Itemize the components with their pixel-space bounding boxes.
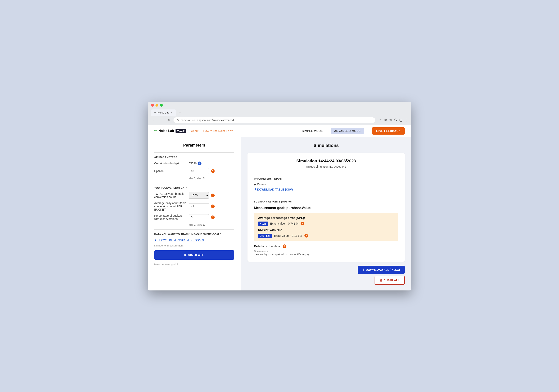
divider-2 [154,183,234,183]
extensions-button[interactable]: ⧉ [384,118,387,122]
tab-title: Noise Lab [158,111,169,114]
ape-badge-row: < 1% Exact value = 0.741 % ? [258,222,394,226]
total-daily-select[interactable]: 1000 500 2000 [189,192,209,199]
simulations-title: Simulations [247,143,405,148]
logo-pencil-icon: ✏ [154,129,157,133]
measurement-goal-header: Measurement goal: purchaseValue [254,206,398,210]
contribution-budget-value: 65536 ? [189,161,201,165]
close-window-button[interactable] [151,104,154,107]
rmspe-title: RMSPE with t=5: [258,228,394,232]
sim-divider-1 [254,173,398,173]
reload-button[interactable]: ↻ [166,117,171,123]
rmspe-badge: 1% - 5% [258,234,272,238]
contribution-budget-help-icon[interactable]: ? [198,161,201,165]
minimize-window-button[interactable] [156,104,158,107]
epsilon-input[interactable] [189,168,209,174]
epsilon-hint: Min: 0, Max: 64 [189,177,234,180]
maximize-window-button[interactable] [160,104,163,107]
avg-daily-row: Average daily attributable conversion co… [154,201,234,211]
divider-3 [154,229,234,230]
ape-title: Average percentage error (APE): [258,216,394,220]
left-panel: Parameters API PARAMETERS Contribution b… [148,137,241,290]
show-hide-measurement-goals[interactable]: ▼ SHOW/HIDE MEASUREMENT GOALS [154,239,234,242]
about-link[interactable]: About [191,129,199,132]
parameters-title: Parameters [154,143,234,148]
avg-daily-help-icon[interactable]: ? [211,205,215,208]
url-text: noise-lab.uc.r.appspot.com/?mode=advance… [181,119,372,121]
avg-daily-label: Average daily attributable conversion co… [154,201,187,211]
simulation-title: Simulation 14:44:24 03/08/2023 [254,159,398,163]
dimensions-label: Dimensions: [254,250,398,253]
ape-badge: < 1% [258,222,268,226]
back-button[interactable]: ← [151,117,157,123]
params-input-label: PARAMETERS (INPUT) [254,177,398,180]
details-data-header: Details of the data: ? [254,244,398,248]
epsilon-label: Epsilon: [154,169,187,173]
address-bar[interactable]: ⊙ noise-lab.uc.r.appspot.com/?mode=advan… [174,117,375,123]
details-data-help-icon[interactable]: ? [283,244,286,248]
tab-close-button[interactable]: × [171,111,173,114]
total-daily-help-icon[interactable]: ? [211,194,215,197]
total-daily-label: TOTAL daily attributable conversion coun… [154,192,187,199]
epsilon-row: Epsilon: ? [154,168,234,174]
give-feedback-button[interactable]: GIVE FEEDBACK [372,127,405,135]
advanced-mode-button[interactable]: ADVANCED MODE [331,128,364,134]
details-toggle[interactable]: ▶ Details [254,183,266,186]
contribution-budget-label: Contribution budget: [154,162,187,165]
sim-id-label: Unique simulation ID: [306,165,333,168]
pct-buckets-hint: Min: 0, Max: 10 [189,223,234,226]
menu-button[interactable]: ⋮ [405,118,408,122]
simulation-id-row: Unique simulation ID: bc067445 [254,165,398,168]
ape-help-icon[interactable]: ? [301,222,304,225]
app-header: ✏ Noise Lab v2.7.0 About How to use Nois… [148,125,411,137]
simulation-card: Simulation 14:44:24 03/08/2023 Unique si… [247,153,405,262]
version-badge: v2.7.0 [176,129,186,133]
ape-exact-value: Exact value = 0.741 % [270,222,298,225]
total-daily-row: TOTAL daily attributable conversion coun… [154,192,234,199]
pct-buckets-help-icon[interactable]: ? [211,215,215,219]
api-section-label: API PARAMETERS [154,156,234,159]
traffic-row [151,104,408,107]
sim-divider-2 [254,196,398,196]
download-csv-link[interactable]: ⬇ DOWNLOAD TABLE (CSV) [254,188,293,191]
profile-button[interactable]: ▢ [399,118,402,122]
simulate-button[interactable]: ▶ SIMULATE [154,250,234,260]
tab-favicon: ✏ [154,111,156,114]
measurement-goal-partial: Number of measurement [154,244,234,247]
pct-buckets-label: Percentage of buckets with 0 conversions… [154,214,187,221]
grammarly-button[interactable]: G [394,118,397,122]
secure-icon: ⊙ [177,119,179,121]
sim-id-value: bc067445 [334,165,346,168]
rmspe-badge-row: 1% - 5% Exact value = 1.111 % ? [258,234,394,238]
browser-titlebar: ✏ Noise Lab × + [148,102,411,116]
conversion-section-label: YOUR CONVERSION DATA [154,187,234,189]
epsilon-help-icon[interactable]: ? [211,169,215,173]
new-tab-button[interactable]: + [177,109,183,116]
pct-buckets-input[interactable] [189,214,209,220]
download-all-button[interactable]: ⬇ DOWNLOAD ALL (.XLSX) [358,266,405,274]
labs-button[interactable]: ⚗ [389,118,392,122]
browser-tab[interactable]: ✏ Noise Lab × [151,110,176,116]
right-panel: Simulations Simulation 14:44:24 03/08/20… [241,137,411,290]
simple-mode-button[interactable]: SIMPLE MODE [298,128,326,134]
download-csv-row: ⬇ DOWNLOAD TABLE (CSV) [254,188,398,192]
contribution-budget-row: Contribution budget: 65536 ? [154,161,234,165]
avg-daily-input[interactable] [189,203,209,209]
logo-text: Noise Lab [158,129,174,133]
bookmark-button[interactable]: ☆ [379,118,382,122]
measurement-goal-1-label: Measurement goal 1 [154,263,234,266]
rmspe-exact-value: Exact value = 1.111 % [274,234,302,237]
measurement-section-label: DATA YOU WANT TO TRACK: MEASUREMENT GOAL… [154,233,234,236]
forward-button[interactable]: → [159,117,164,123]
dimensions-value: geography × campaignId × productCategory [254,253,398,256]
how-to-link[interactable]: How to use Noise Lab? [203,129,233,132]
rmspe-help-icon[interactable]: ? [304,234,308,238]
divider-1 [154,152,234,153]
app-logo: ✏ Noise Lab v2.7.0 [154,129,186,133]
clear-all-button[interactable]: 🗑 CLEAR ALL [374,276,405,285]
address-bar-row: ← → ↻ ⊙ noise-lab.uc.r.appspot.com/?mode… [148,116,411,125]
browser-toolbar-icons: ☆ ⧉ ⚗ G ▢ ⋮ [379,118,408,122]
details-toggle-row: ▶ Details [254,183,398,186]
ape-box: Average percentage error (APE): < 1% Exa… [254,213,398,241]
app-main: Parameters API PARAMETERS Contribution b… [148,137,411,290]
